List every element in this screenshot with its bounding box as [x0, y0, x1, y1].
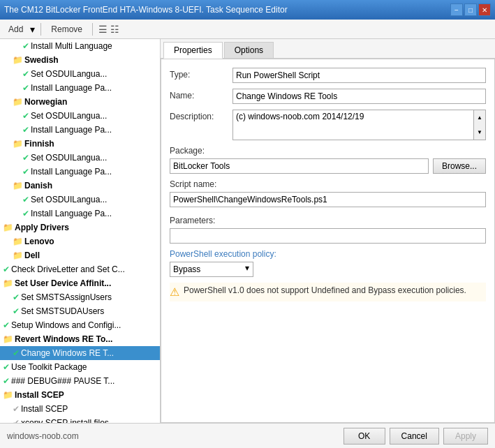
tree-item-icon: 📁 — [13, 137, 23, 150]
maximize-button[interactable]: □ — [464, 3, 477, 16]
remove-button[interactable]: Remove — [47, 23, 87, 36]
type-field — [232, 68, 486, 83]
tree-item-icon: 📁 — [13, 235, 23, 248]
tree-item[interactable]: ✔Set SMSTSAssignUsers — [0, 290, 160, 304]
tree-item[interactable]: ✔Set OSDUILangua... — [0, 193, 160, 207]
tree-item[interactable]: 📁Swedish — [0, 53, 160, 67]
bottom-buttons: OK Cancel Apply — [343, 428, 488, 445]
package-input[interactable] — [170, 158, 429, 174]
tree-item-label: Set OSDUILangua... — [31, 151, 107, 164]
tree-item-icon: ✔ — [22, 68, 29, 80]
tree-item[interactable]: ✔Set SMSTSUDAUsers — [0, 304, 160, 318]
tree-item[interactable]: ✔Install Language Pa... — [0, 81, 160, 95]
toolbar-separator — [40, 23, 41, 36]
tree-item-icon: ✔ — [13, 403, 20, 415]
close-button[interactable]: ✕ — [478, 3, 491, 16]
tree-item-label: Set SMSTSAssignUsers — [21, 291, 112, 304]
window-title: The CM12 BitLocker FrontEnd HTA-Windows … — [4, 5, 450, 15]
tree-item[interactable]: ✔Set OSDUILangua... — [0, 109, 160, 123]
tree-item[interactable]: 📁Revert Windows RE To... — [0, 332, 160, 346]
tree-item[interactable]: ✔Change Windows RE T... — [0, 346, 160, 360]
tree-item-label: Check DriveLetter and Set C... — [11, 263, 125, 276]
desc-scroll-up[interactable]: ▲ — [474, 110, 485, 125]
tree-item-label: Setup Windows and Configi... — [11, 319, 121, 331]
tree-item-label: Install Language Pa... — [31, 165, 112, 178]
tree-item-icon: 📁 — [3, 389, 13, 401]
tree-item[interactable]: 📁Apply Drivers — [0, 221, 160, 234]
tree-item-label: Install Language Pa... — [31, 124, 112, 136]
tree-item[interactable]: 📁Norwegian — [0, 95, 160, 109]
tree-panel[interactable]: ✔Install Multi Language📁Swedish✔Set OSDU… — [0, 39, 161, 423]
tree-item[interactable]: ✔Install Multi Language — [0, 39, 160, 53]
script-name-input[interactable] — [170, 192, 486, 207]
description-input[interactable] — [232, 110, 474, 140]
apply-button[interactable]: Apply — [443, 428, 488, 445]
browse-button[interactable]: Browse... — [433, 158, 486, 174]
tree-item-icon: ✔ — [22, 165, 29, 178]
tree-item[interactable]: 📁Set User Device Affinit... — [0, 276, 160, 290]
ok-button[interactable]: OK — [343, 428, 385, 445]
tree-item-icon: ✔ — [22, 207, 29, 220]
powershell-policy-label: PowerShell execution policy: — [170, 249, 486, 259]
tree-item[interactable]: 📁Dell — [0, 248, 160, 262]
tab-options[interactable]: Options — [224, 42, 274, 58]
tree-item-label: Use Toolkit Package — [11, 361, 87, 373]
tree-item-icon: 📁 — [3, 277, 13, 290]
tree-item-icon: ✔ — [22, 110, 29, 122]
bypass-select-wrapper: Bypass — [170, 262, 253, 283]
tree-item-label: Install SCEP — [21, 403, 68, 415]
package-section-label: Package: — [170, 146, 486, 156]
parameters-label: Parameters: — [170, 216, 486, 225]
tree-item[interactable]: ✔Install SCEP — [0, 402, 160, 416]
tree-item-label: Revert Windows RE To... — [15, 333, 112, 345]
tree-item-label: Danish — [24, 179, 52, 192]
minimize-button[interactable]: − — [450, 3, 463, 16]
tree-item-label: Swedish — [24, 54, 59, 66]
tree-item-icon: 📁 — [13, 179, 23, 192]
tree-item-icon: ✔ — [22, 151, 29, 164]
right-panel: Properties Options Type: Name: Descri — [161, 39, 495, 423]
type-input[interactable] — [232, 68, 486, 83]
tree-item-icon: ✔ — [22, 124, 29, 136]
tree-item-icon: ✔ — [3, 361, 10, 373]
status-text: windows-noob.com — [7, 431, 79, 441]
tree-item[interactable]: ✔xcopy SCEP install files... — [0, 416, 160, 423]
tree-item[interactable]: ✔Setup Windows and Configi... — [0, 318, 160, 332]
name-input[interactable] — [232, 89, 486, 104]
tree-item[interactable]: 📁Lenovo — [0, 234, 160, 248]
tab-bar: Properties Options — [161, 39, 495, 59]
add-button[interactable]: Add — [4, 23, 27, 36]
tree-item[interactable]: ✔Set OSDUILangua... — [0, 151, 160, 165]
type-row: Type: — [170, 68, 486, 83]
tree-item-label: Lenovo — [24, 235, 54, 248]
tree-item[interactable]: ✔Set OSDUILangua... — [0, 67, 160, 81]
tree-item[interactable]: ✔Use Toolkit Package — [0, 360, 160, 374]
tree-item-label: Norwegian — [24, 96, 67, 108]
tree-item[interactable]: ✔Install Language Pa... — [0, 165, 160, 179]
desc-scroll-down[interactable]: ▼ — [474, 125, 485, 140]
tree-item[interactable]: ✔Install Language Pa... — [0, 123, 160, 137]
parameters-input[interactable] — [170, 228, 486, 244]
tree-item-label: Install Multi Language — [31, 40, 112, 52]
cancel-button[interactable]: Cancel — [390, 428, 439, 445]
tree-item[interactable]: ✔Check DriveLetter and Set C... — [0, 262, 160, 276]
tree-item[interactable]: ✔Install Language Pa... — [0, 207, 160, 221]
tree-item[interactable]: ✔### DEBUG### PAUSE T... — [0, 374, 160, 388]
tree-item-icon: 📁 — [13, 249, 23, 262]
tree-item-label: ### DEBUG### PAUSE T... — [11, 375, 114, 387]
script-name-label: Script name: — [170, 179, 486, 189]
tree-item[interactable]: 📁Install SCEP — [0, 388, 160, 402]
tree-item[interactable]: 📁Finnish — [0, 137, 160, 151]
tree-item-icon: 📁 — [13, 96, 23, 108]
tree-item[interactable]: 📁Danish — [0, 179, 160, 193]
tree-item-label: Set OSDUILangua... — [31, 68, 107, 80]
bypass-select[interactable]: Bypass — [170, 262, 253, 277]
tree-item-label: Set User Device Affinit... — [15, 277, 111, 290]
name-row: Name: — [170, 89, 486, 104]
tab-properties[interactable]: Properties — [163, 42, 223, 59]
main-container: ✔Install Multi Language📁Swedish✔Set OSDU… — [0, 39, 495, 423]
window-controls: − □ ✕ — [450, 3, 491, 16]
tree-item-icon: ✔ — [22, 193, 29, 206]
tree-item-label: Finnish — [24, 137, 54, 150]
tree-item-label: Install Language Pa... — [31, 82, 112, 94]
